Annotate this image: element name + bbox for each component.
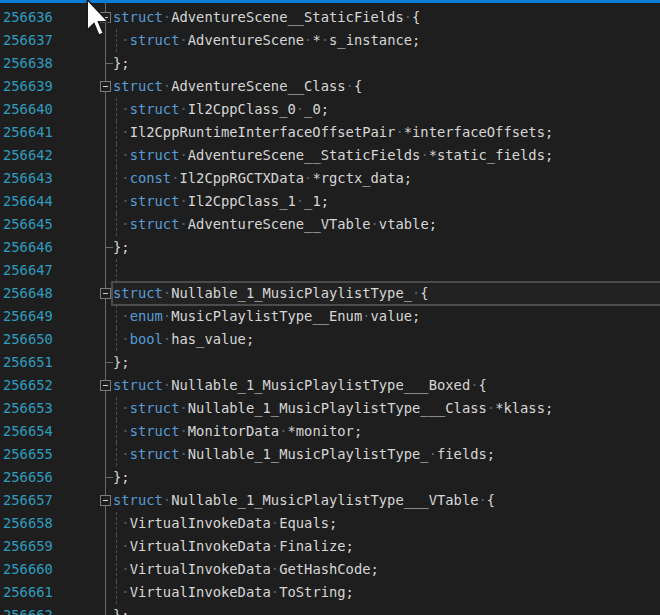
code-token: *klass; bbox=[495, 400, 553, 416]
code-line: 256654 ·struct·MonitorData·*monitor; bbox=[0, 420, 660, 443]
code-text[interactable]: ·VirtualInvokeData·Equals; bbox=[113, 512, 660, 535]
code-text[interactable]: ·VirtualInvokeData·ToString; bbox=[113, 581, 660, 604]
line-number[interactable]: 256648 bbox=[0, 282, 96, 305]
line-number[interactable]: 256651 bbox=[0, 351, 96, 374]
whitespace-dot: · bbox=[179, 101, 187, 117]
code-token: Finalize; bbox=[279, 538, 354, 554]
outlining-margin bbox=[96, 121, 113, 144]
outlining-margin bbox=[96, 512, 113, 535]
whitespace-dot: · bbox=[179, 147, 187, 163]
line-number[interactable]: 256649 bbox=[0, 305, 96, 328]
code-token: Nullable_1_MusicPlaylistType___Boxed bbox=[171, 377, 470, 393]
keyword-token: struct bbox=[130, 32, 180, 48]
fold-collapse-icon[interactable] bbox=[100, 12, 111, 23]
whitespace-dot: · bbox=[371, 216, 379, 232]
line-number[interactable]: 256636 bbox=[0, 6, 96, 29]
line-number[interactable]: 256639 bbox=[0, 75, 96, 98]
code-text[interactable]: }; bbox=[113, 604, 660, 615]
code-line: 256653 ·struct·Nullable_1_MusicPlaylistT… bbox=[0, 397, 660, 420]
line-number[interactable]: 256646 bbox=[0, 236, 96, 259]
code-text[interactable]: ·const·Il2CppRGCTXData·*rgctx_data; bbox=[113, 167, 660, 190]
line-number[interactable]: 256643 bbox=[0, 167, 96, 190]
line-number[interactable]: 256654 bbox=[0, 420, 96, 443]
code-token: Nullable_1_MusicPlaylistType___Class bbox=[188, 400, 487, 416]
code-text[interactable]: }; bbox=[113, 351, 660, 374]
code-text[interactable]: ·struct·Il2CppClass_1·_1; bbox=[113, 190, 660, 213]
code-text[interactable]: struct·AdventureScene__StaticFields·{ bbox=[113, 6, 660, 29]
code-text[interactable]: ·VirtualInvokeData·Finalize; bbox=[113, 535, 660, 558]
line-number[interactable]: 256640 bbox=[0, 98, 96, 121]
code-text[interactable]: ·struct·AdventureScene__VTable·vtable; bbox=[113, 213, 660, 236]
fold-collapse-icon[interactable] bbox=[100, 81, 111, 92]
line-number[interactable]: 256657 bbox=[0, 489, 96, 512]
code-token: }; bbox=[113, 469, 130, 485]
code-line: 256638}; bbox=[0, 52, 660, 75]
indent-guide bbox=[116, 581, 117, 604]
code-line: 256645 ·struct·AdventureScene__VTable·vt… bbox=[0, 213, 660, 236]
whitespace-dot: · bbox=[296, 193, 304, 209]
line-number[interactable]: 256661 bbox=[0, 581, 96, 604]
line-number[interactable]: 256637 bbox=[0, 29, 96, 52]
line-number[interactable]: 256644 bbox=[0, 190, 96, 213]
code-text[interactable] bbox=[113, 259, 660, 282]
code-text[interactable]: ·Il2CppRuntimeInterfaceOffsetPair·*inter… bbox=[113, 121, 660, 144]
indent-guide bbox=[116, 328, 117, 351]
line-number[interactable]: 256645 bbox=[0, 213, 96, 236]
line-number[interactable]: 256662 bbox=[0, 604, 96, 615]
code-area-rows: 256636struct·AdventureScene__StaticField… bbox=[0, 6, 660, 615]
line-number[interactable]: 256647 bbox=[0, 259, 96, 282]
code-token: s_instance; bbox=[329, 32, 420, 48]
line-number[interactable]: 256658 bbox=[0, 512, 96, 535]
line-number[interactable]: 256656 bbox=[0, 466, 96, 489]
keyword-token: struct bbox=[130, 216, 180, 232]
line-number[interactable]: 256655 bbox=[0, 443, 96, 466]
code-token: Nullable_1_MusicPlaylistType_ bbox=[188, 446, 429, 462]
code-token: }; bbox=[113, 354, 130, 370]
code-text[interactable]: }; bbox=[113, 52, 660, 75]
code-text[interactable]: ·struct·Nullable_1_MusicPlaylistType_·fi… bbox=[113, 443, 660, 466]
code-token: vtable; bbox=[379, 216, 437, 232]
outlining-margin bbox=[96, 213, 113, 236]
line-number[interactable]: 256653 bbox=[0, 397, 96, 420]
code-text[interactable]: struct·Nullable_1_MusicPlaylistType___VT… bbox=[113, 489, 660, 512]
code-text[interactable]: }; bbox=[113, 466, 660, 489]
code-text[interactable]: ·struct·MonitorData·*monitor; bbox=[113, 420, 660, 443]
code-token: value; bbox=[371, 308, 421, 324]
keyword-token: struct bbox=[113, 492, 163, 508]
line-number[interactable]: 256638 bbox=[0, 52, 96, 75]
code-text[interactable]: ·struct·AdventureScene·*·s_instance; bbox=[113, 29, 660, 52]
code-line: 256661 ·VirtualInvokeData·ToString; bbox=[0, 581, 660, 604]
whitespace-dot: · bbox=[404, 9, 412, 25]
code-text[interactable]: struct·AdventureScene__Class·{ bbox=[113, 75, 660, 98]
code-text[interactable]: ·enum·MusicPlaylistType__Enum·value; bbox=[113, 305, 660, 328]
line-number[interactable]: 256652 bbox=[0, 374, 96, 397]
code-line: 256655 ·struct·Nullable_1_MusicPlaylistT… bbox=[0, 443, 660, 466]
fold-collapse-icon[interactable] bbox=[100, 380, 111, 391]
code-text[interactable]: ·struct·Nullable_1_MusicPlaylistType___C… bbox=[113, 397, 660, 420]
fold-collapse-icon[interactable] bbox=[100, 495, 111, 506]
minus-glyph bbox=[103, 385, 108, 386]
line-number[interactable]: 256641 bbox=[0, 121, 96, 144]
code-token: Il2CppClass_1 bbox=[188, 193, 296, 209]
code-token: Il2CppRuntimeInterfaceOffsetPair bbox=[130, 124, 396, 140]
code-line: 256651}; bbox=[0, 351, 660, 374]
code-token: _0; bbox=[304, 101, 329, 117]
code-text[interactable]: ·bool·has_value; bbox=[113, 328, 660, 351]
code-text[interactable]: struct·Nullable_1_MusicPlaylistType_·{ bbox=[113, 282, 660, 305]
line-number[interactable]: 256659 bbox=[0, 535, 96, 558]
code-text[interactable]: }; bbox=[113, 236, 660, 259]
code-token: _1; bbox=[304, 193, 329, 209]
code-text[interactable]: ·VirtualInvokeData·GetHashCode; bbox=[113, 558, 660, 581]
line-number[interactable]: 256660 bbox=[0, 558, 96, 581]
code-token: AdventureScene__StaticFields bbox=[188, 147, 421, 163]
code-line: 256652struct·Nullable_1_MusicPlaylistTyp… bbox=[0, 374, 660, 397]
whitespace-dot: · bbox=[271, 584, 279, 600]
outlining-margin bbox=[96, 6, 113, 29]
code-text[interactable]: struct·Nullable_1_MusicPlaylistType___Bo… bbox=[113, 374, 660, 397]
line-number[interactable]: 256650 bbox=[0, 328, 96, 351]
code-line: 256636struct·AdventureScene__StaticField… bbox=[0, 6, 660, 29]
fold-collapse-icon[interactable] bbox=[100, 288, 111, 299]
line-number[interactable]: 256642 bbox=[0, 144, 96, 167]
code-text[interactable]: ·struct·Il2CppClass_0·_0; bbox=[113, 98, 660, 121]
code-text[interactable]: ·struct·AdventureScene__StaticFields·*st… bbox=[113, 144, 660, 167]
